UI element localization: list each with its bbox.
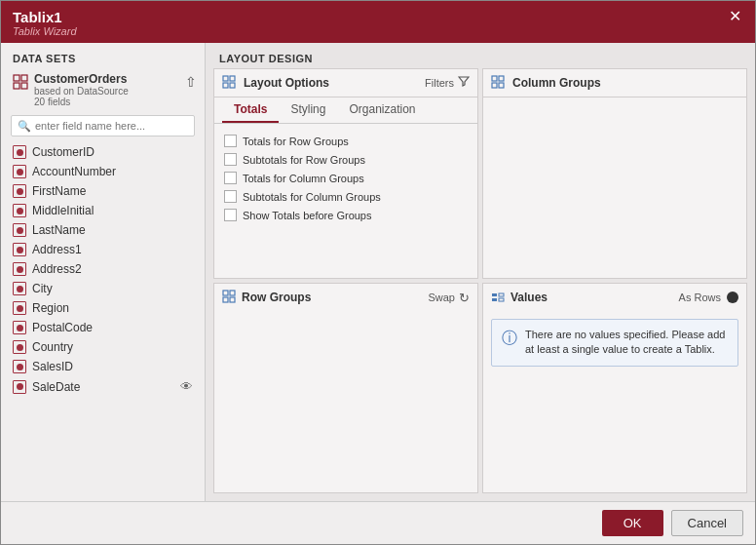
close-button[interactable]: ✕ — [727, 9, 743, 24]
cancel-button[interactable]: Cancel — [671, 510, 743, 536]
list-item: AccountNumber — [1, 162, 205, 181]
tab-organization[interactable]: Organization — [337, 97, 427, 123]
field-name: SalesID — [32, 360, 73, 373]
checkbox-totals-row-groups[interactable] — [224, 135, 237, 147]
field-name: Address1 — [32, 243, 82, 256]
checkbox-label-2: Subtotals for Row Groups — [243, 154, 365, 166]
list-item: Region — [1, 298, 205, 318]
field-icon — [13, 145, 26, 159]
field-list: CustomerID AccountNumber FirstName Middl… — [1, 140, 205, 501]
tab-styling[interactable]: Styling — [279, 97, 337, 123]
values-header: Values As Rows — [483, 284, 746, 311]
svg-rect-11 — [499, 83, 504, 88]
field-name: CustomerID — [32, 145, 94, 159]
field-icon — [13, 262, 26, 276]
field-icon — [13, 243, 26, 256]
list-item-last: SaleDate 👁 — [1, 376, 205, 397]
dataset-name: CustomerOrders — [34, 72, 129, 86]
svg-rect-2 — [14, 83, 19, 89]
field-name: Address2 — [32, 262, 82, 276]
svg-rect-15 — [230, 297, 235, 302]
field-icon — [13, 223, 26, 237]
eye-icon[interactable]: 👁 — [180, 379, 193, 394]
checkbox-row-3: Totals for Column Groups — [224, 169, 468, 187]
toggle-dot[interactable] — [727, 292, 738, 303]
swap-area: Swap ↻ — [428, 291, 470, 305]
svg-rect-1 — [21, 75, 27, 81]
svg-rect-17 — [492, 298, 497, 301]
column-groups-header: Column Groups — [483, 69, 746, 97]
tabs-row: Totals Styling Organization — [214, 97, 477, 124]
info-icon: ⓘ — [502, 329, 517, 349]
as-rows-area: As Rows — [679, 292, 738, 303]
bottom-bar: OK Cancel — [1, 501, 755, 544]
field-name: Country — [32, 340, 73, 354]
values-info-box: ⓘ There are no values specified. Please … — [491, 319, 738, 367]
field-icon — [13, 184, 26, 198]
tab-totals[interactable]: Totals — [222, 97, 279, 123]
search-input[interactable] — [11, 115, 195, 136]
checkbox-row-5: Show Totals before Groups — [224, 206, 468, 224]
row-groups-header: Row Groups Swap ↻ — [214, 284, 477, 311]
row-groups-box: Row Groups Swap ↻ — [213, 283, 478, 493]
tab-content-totals: Totals for Row Groups Subtotals for Row … — [214, 124, 477, 278]
field-name: SaleDate — [32, 380, 80, 394]
values-info-text: There are no values specified. Please ad… — [525, 328, 728, 358]
column-groups-title: Column Groups — [512, 76, 601, 90]
field-name: City — [32, 282, 53, 295]
list-item: MiddleInitial — [1, 201, 205, 220]
layout-options-box: Layout Options Filters Totals — [213, 68, 478, 279]
column-groups-icon — [491, 75, 507, 91]
field-icon — [13, 340, 26, 354]
field-icon — [13, 321, 26, 334]
ok-button[interactable]: OK — [602, 510, 663, 536]
chevron-up-icon[interactable]: ⇧ — [185, 74, 197, 90]
values-icon — [491, 290, 507, 305]
dialog-title: Tablix1 — [13, 9, 77, 25]
svg-rect-0 — [14, 75, 19, 81]
svg-rect-6 — [223, 83, 228, 88]
filter-icon[interactable] — [458, 75, 470, 91]
dataset-text: CustomerOrders based on DataSource 20 fi… — [34, 72, 129, 107]
search-icon: 🔍 — [18, 120, 31, 133]
layout-sections: Layout Options Filters Totals — [206, 68, 755, 501]
layout-options-icon — [222, 75, 238, 91]
list-item: SalesID — [1, 357, 205, 376]
checkbox-subtotals-col-groups[interactable] — [224, 190, 237, 203]
field-name: Region — [32, 301, 69, 315]
funnel-icon — [458, 75, 470, 88]
svg-rect-18 — [499, 293, 504, 296]
list-item: Address1 — [1, 240, 205, 259]
dataset-icon — [13, 74, 28, 90]
dataset-source: based on DataSource — [34, 86, 129, 97]
datasets-header: DATA SETS — [1, 43, 205, 68]
content-area: DATA SETS CustomerOrders based on DataSo… — [1, 43, 755, 501]
svg-rect-8 — [492, 76, 497, 81]
svg-rect-13 — [230, 291, 235, 295]
checkbox-row-4: Subtotals for Column Groups — [224, 187, 468, 206]
list-item: LastName — [1, 220, 205, 240]
field-name: FirstName — [32, 184, 86, 198]
swap-icon[interactable]: ↻ — [459, 291, 470, 305]
dataset-item: CustomerOrders based on DataSource 20 fi… — [1, 68, 205, 111]
row-groups-title: Row Groups — [242, 291, 311, 304]
checkbox-totals-col-groups[interactable] — [224, 172, 237, 184]
list-item: FirstName — [1, 181, 205, 201]
svg-rect-14 — [223, 297, 228, 302]
search-box: 🔍 — [11, 115, 195, 136]
checkbox-label-3: Totals for Column Groups — [243, 173, 364, 184]
checkbox-show-totals-before[interactable] — [224, 209, 237, 221]
layout-design-header: LAYOUT DESIGN — [206, 43, 755, 68]
field-icon — [13, 380, 26, 394]
filter-label: Filters — [425, 77, 454, 89]
field-icon — [13, 165, 26, 178]
list-item: CustomerID — [1, 142, 205, 162]
list-item: Country — [1, 337, 205, 357]
filter-area: Filters — [425, 75, 470, 91]
svg-rect-4 — [223, 76, 228, 81]
column-groups-box: Column Groups — [482, 68, 747, 279]
checkbox-subtotals-row-groups[interactable] — [224, 153, 237, 166]
row-groups-icon — [222, 290, 238, 305]
svg-rect-3 — [21, 83, 27, 89]
dataset-info: CustomerOrders based on DataSource 20 fi… — [13, 72, 129, 107]
